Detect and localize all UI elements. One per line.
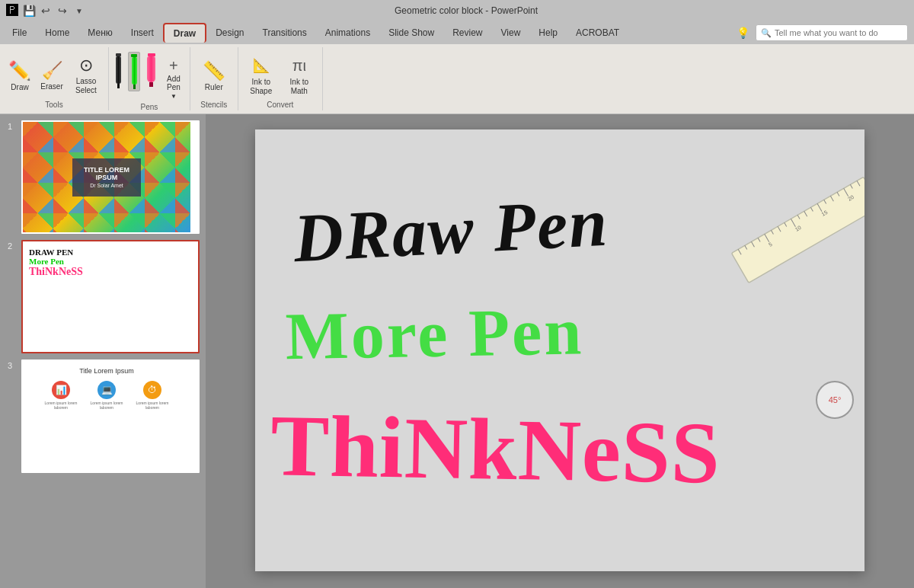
ribbon-tab-bar: File Home Меню Insert Draw Design Transi… [0, 21, 914, 44]
ink-to-math-button[interactable]: πι Ink toMath [281, 52, 318, 99]
draw-button[interactable]: ✏️ Draw [5, 57, 35, 94]
slide-3-number: 3 [8, 361, 12, 370]
slide-3-icon-1: 📊 Lorem ipsum loremlaborem [42, 381, 80, 410]
pens-group-label: Pens [113, 103, 185, 113]
tab-design[interactable]: Design [206, 23, 253, 43]
tab-right-area: 💡 🔍 [737, 24, 914, 41]
angle-indicator: 45° [816, 381, 854, 419]
slide-2-thumbnail[interactable]: DRAW PEN More Pen ThiNkNeSS [21, 240, 200, 353]
pen-pink[interactable] [145, 52, 158, 88]
title-bar-left: 🅿 💾 ↩ ↪ ▼ [6, 4, 85, 18]
slide-3-icon-2: 💻 Lorem ipsum loremlaborem [88, 381, 126, 410]
slide-3-thumbnail[interactable]: Title Lorem Ipsum 📊 Lorem ipsum loremlab… [21, 360, 200, 473]
tab-view[interactable]: View [492, 23, 530, 43]
slide-1-title: TITLE LOREMIPSUMDr Solar Amet [72, 158, 141, 197]
pen-black[interactable] [113, 52, 123, 90]
tell-me-box[interactable]: 🔍 [756, 24, 908, 41]
convert-items: 📐 Ink toShape πι Ink toMath [243, 50, 318, 101]
redo-icon[interactable]: ↪ [56, 5, 69, 17]
draw-label: Draw [11, 83, 28, 91]
ruler-overlay: 5 10 15 20 [697, 168, 864, 289]
powerpoint-logo-icon: 🅿 [6, 4, 18, 18]
slide-canvas: DRaw Pen More Pen ThiNkNeSS [255, 129, 864, 571]
eraser-icon: 🧹 [42, 61, 62, 81]
undo-icon[interactable]: ↩ [40, 5, 52, 17]
lasso-label: LassoSelect [75, 77, 97, 95]
stencils-items: 📏 Ruler [195, 50, 233, 101]
slide-3-icons: 📊 Lorem ipsum loremlaborem 💻 Lorem ipsum… [29, 381, 184, 410]
tab-slideshow[interactable]: Slide Show [379, 23, 443, 43]
ink-math-label: Ink toMath [290, 78, 308, 96]
pen-green[interactable] [128, 52, 140, 91]
lasso-icon: ⊙ [79, 56, 93, 75]
angle-value: 45° [829, 395, 842, 404]
tab-home[interactable]: Home [36, 23, 78, 43]
canvas-area: DRaw Pen More Pen ThiNkNeSS [206, 114, 914, 588]
save-icon[interactable]: 💾 [23, 5, 35, 17]
slide-panel: 1 TITLE LOREMIPSUMDr Solar Amet 2 [0, 114, 206, 588]
search-icon: 🔍 [761, 28, 772, 38]
tab-file[interactable]: File [3, 23, 36, 43]
tools-group-label: Tools [5, 101, 104, 110]
tab-help[interactable]: Help [529, 23, 567, 43]
slide-1-container: 1 TITLE LOREMIPSUMDr Solar Amet [21, 120, 200, 234]
ink-to-shape-button[interactable]: 📐 Ink toShape [243, 52, 280, 99]
tab-menu[interactable]: Меню [78, 23, 121, 43]
slide-3-orange-icon: ⏱ [143, 381, 161, 399]
ruler-button[interactable]: 📏 Ruler [195, 57, 233, 94]
tab-transitions[interactable]: Transitions [254, 23, 316, 43]
slide-2-line2: More Pen [29, 257, 184, 266]
ruler-icon: 📏 [203, 60, 225, 81]
tab-animations[interactable]: Animations [316, 23, 379, 43]
ruler-label: Ruler [205, 83, 223, 91]
slide-1-number: 1 [8, 122, 12, 131]
window-title: Geometric color block - PowerPoint [395, 5, 538, 16]
ink-shape-label: Ink toShape [250, 78, 272, 96]
ink-math-icon: πι [287, 55, 312, 76]
slide-3-blue-icon: 💻 [97, 381, 116, 399]
eraser-label: Eraser [40, 82, 62, 91]
svg-text:DRaw Pen: DRaw Pen [291, 184, 610, 276]
customize-icon[interactable]: ▼ [73, 5, 85, 17]
add-pen-button[interactable]: + AddPen ▼ [162, 55, 185, 103]
slide-2-line1: DRAW PEN [29, 248, 184, 257]
eraser-button[interactable]: 🧹 Eraser [37, 58, 67, 94]
stencils-group: 📏 Ruler Stencils [190, 47, 238, 110]
ribbon-content: ✏️ Draw 🧹 Eraser ⊙ LassoSelect Tools [0, 44, 914, 114]
lasso-select-button[interactable]: ⊙ LassoSelect [69, 53, 104, 98]
slide-3-icon-3: ⏱ Lorem ipsum loremlaborem [133, 381, 171, 410]
slide-2-number: 2 [8, 241, 12, 251]
tools-group: ✏️ Draw 🧹 Eraser ⊙ LassoSelect Tools [0, 47, 109, 110]
slide-3-title: Title Lorem Ipsum [29, 367, 184, 375]
tab-review[interactable]: Review [443, 23, 491, 43]
convert-group-label: Convert [243, 101, 318, 110]
svg-text:ThiNkNeSS: ThiNkNeSS [270, 397, 721, 501]
tools-group-items: ✏️ Draw 🧹 Eraser ⊙ LassoSelect [5, 50, 104, 101]
svg-text:More Pen: More Pen [285, 294, 584, 373]
stencils-group-label: Stencils [195, 101, 233, 110]
lightbulb-icon: 💡 [737, 27, 749, 39]
slide-3-container: 3 Title Lorem Ipsum 📊 Lorem ipsum loreml… [21, 360, 200, 473]
add-pen-label: AddPen [167, 75, 181, 91]
slide-1-thumbnail[interactable]: TITLE LOREMIPSUMDr Solar Amet [21, 120, 200, 234]
draw-pencil-icon: ✏️ [8, 60, 31, 81]
pens-group: + AddPen ▼ Pens [109, 47, 190, 110]
slide-2-container: 2 DRAW PEN More Pen ThiNkNeSS [21, 240, 200, 353]
main-area: 1 TITLE LOREMIPSUMDr Solar Amet 2 [0, 114, 914, 588]
title-bar: 🅿 💾 ↩ ↪ ▼ Geometric color block - PowerP… [0, 0, 914, 21]
convert-group: 📐 Ink toShape πι Ink toMath Convert [238, 47, 323, 110]
tab-insert[interactable]: Insert [122, 23, 163, 43]
ink-shape-icon: 📐 [249, 55, 273, 76]
tab-draw[interactable]: Draw [163, 23, 206, 43]
tab-acrobat[interactable]: ACROBAT [567, 23, 628, 43]
slide-2-line3: ThiNkNeSS [29, 266, 184, 278]
slide-3-red-icon: 📊 [52, 381, 70, 399]
tell-me-input[interactable] [775, 28, 896, 37]
